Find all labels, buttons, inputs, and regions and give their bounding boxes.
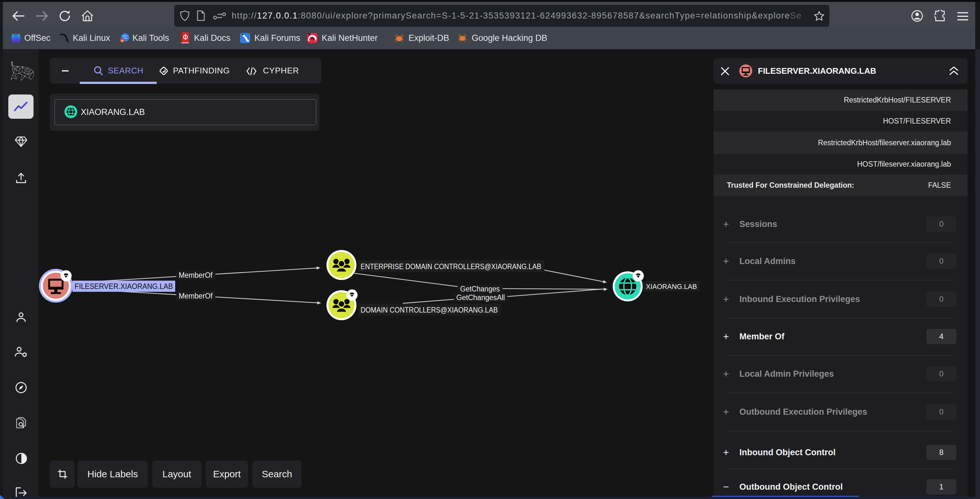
svg-text:FILESERVER.XIAORANG.LAB: FILESERVER.XIAORANG.LAB xyxy=(75,282,173,290)
svg-text:MemberOf: MemberOf xyxy=(179,271,213,279)
svg-text:DOMAIN CONTROLLERS@XIAORANG.LA: DOMAIN CONTROLLERS@XIAORANG.LAB xyxy=(361,306,498,314)
svg-text:ENTERPRISE DOMAIN CONTROLLERS@: ENTERPRISE DOMAIN CONTROLLERS@XIAORANG.L… xyxy=(361,262,541,271)
svg-text:MemberOf: MemberOf xyxy=(179,292,213,300)
svg-text:GetChanges: GetChanges xyxy=(460,285,500,293)
svg-text:GetChangesAll: GetChangesAll xyxy=(457,293,505,302)
svg-text:XIAORANG.LAB: XIAORANG.LAB xyxy=(646,282,697,290)
